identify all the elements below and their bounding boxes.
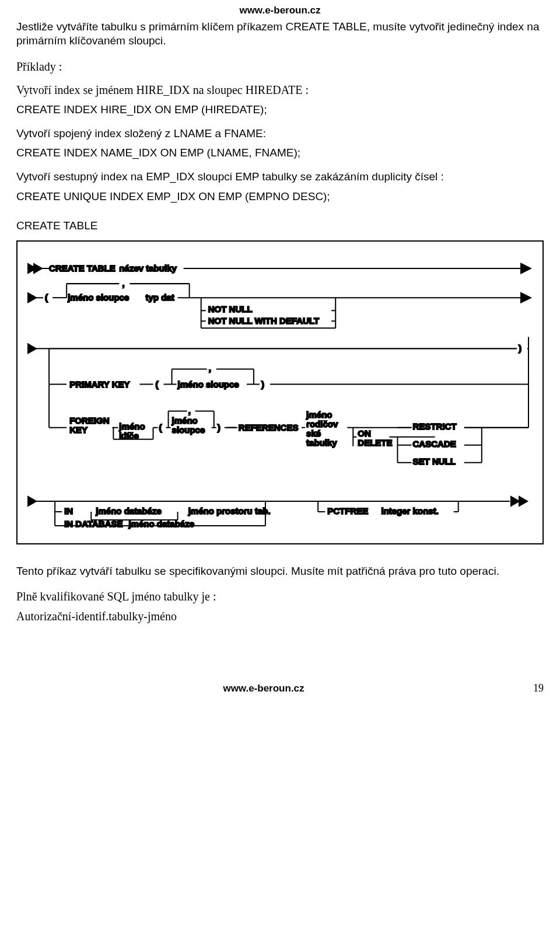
page: www.e-beroun.cz Jestliže vytváříte tabul… — [0, 0, 560, 706]
svg-text:ské: ské — [306, 428, 321, 438]
example3-intro: Vytvoří sestupný index na EMP_IDX sloupc… — [16, 170, 544, 184]
lparen-2: ( — [156, 379, 159, 389]
syntax-diagram: CREATE TABLE název tabulky ( jméno sloup… — [16, 240, 544, 544]
paragraph-intro: Jestliže vytváříte tabulku s primárním k… — [16, 20, 544, 48]
kw-not-null-default: NOT NULL WITH DEFAULT — [208, 316, 320, 326]
kw-cascade: CASCADE — [413, 438, 456, 448]
syntax-diagram-svg: CREATE TABLE název tabulky ( jméno sloup… — [26, 252, 534, 533]
kw-references: REFERENCES — [239, 422, 299, 432]
comma-3: , — [188, 405, 191, 415]
svg-text:DELETE: DELETE — [358, 437, 392, 447]
lparen: ( — [45, 292, 48, 302]
rparen-3: ) — [218, 422, 220, 432]
svg-text:ON: ON — [358, 428, 371, 438]
svg-text:rodičov: rodičov — [306, 418, 338, 428]
svg-marker-87 — [519, 497, 527, 506]
svg-marker-22 — [28, 344, 36, 353]
heading-create-table: CREATE TABLE — [16, 219, 544, 232]
page-footer: www.e-beroun.cz 19 — [16, 682, 544, 694]
kw-create-table: CREATE TABLE — [49, 263, 116, 273]
var-jmeno-prostoru: jméno prostoru tab. — [188, 506, 271, 516]
var-typ-dat: typ dat — [145, 292, 174, 302]
footer-url: www.e-beroun.cz — [16, 683, 511, 694]
svg-marker-1 — [34, 264, 42, 273]
kw-primary-key: PRIMARY KEY — [69, 379, 130, 389]
example1-sql: CREATE INDEX HIRE_IDX ON EMP (HIREDATE); — [16, 103, 544, 116]
page-header-url: www.e-beroun.cz — [16, 5, 544, 16]
rparen-2: ) — [261, 379, 264, 389]
kw-not-null: NOT NULL — [208, 304, 253, 314]
comma-2: , — [209, 363, 211, 373]
svg-text:jméno: jméno — [306, 409, 332, 419]
examples-label: Příklady : — [16, 59, 544, 74]
paragraph-qualified: Plně kvalifikované SQL jméno tabulky je … — [16, 589, 544, 604]
kw-foreign: FOREIGN — [69, 415, 109, 425]
example3-sql: CREATE UNIQUE INDEX EMP_IDX ON EMP (EMPN… — [16, 190, 544, 203]
var-jmeno2: jméno — [172, 415, 198, 425]
footer-page-number: 19 — [511, 682, 544, 694]
var-jmeno-sloupce-1: jméno sloupce — [67, 292, 129, 302]
var-jmeno-db1: jméno databáze — [95, 506, 162, 516]
svg-marker-4 — [28, 293, 36, 302]
rparen-1: ) — [519, 343, 522, 353]
var-nazev-tabulky: název tabulky — [119, 263, 177, 273]
kw-key: KEY — [69, 424, 88, 434]
var-jmeno: jméno — [118, 421, 145, 431]
lparen-3: ( — [159, 422, 162, 432]
svg-marker-72 — [28, 497, 36, 506]
kw-set-null: SET NULL — [413, 456, 456, 466]
var-sloupce2: sloupce — [172, 424, 205, 434]
kw-restrict: RESTRICT — [413, 421, 457, 431]
svg-marker-86 — [511, 497, 519, 506]
paragraph-after: Tento příkaz vytváří tabulku se specifik… — [16, 564, 544, 578]
svg-text:tabulky: tabulky — [306, 437, 337, 447]
kw-in: IN — [64, 506, 73, 516]
example2-intro: Vytvoří spojený index složený z LNAME a … — [16, 127, 544, 141]
var-integer-konst: integer konst. — [381, 506, 438, 516]
var-jmeno-sloupce-2: jméno sloupce — [177, 379, 239, 389]
example1-intro-text: Vytvoří index se jménem HIRE_IDX na slou… — [16, 83, 309, 96]
comma-1: , — [122, 278, 124, 288]
example2-sql: CREATE INDEX NAME_IDX ON EMP (LNAME, FNA… — [16, 146, 544, 159]
kw-pctfree: PCTFREE — [327, 506, 368, 516]
example1-intro: Vytvoří index se jménem HIRE_IDX na slou… — [16, 82, 544, 97]
paragraph-ident: Autorizační-identif.tabulky-jméno — [16, 609, 544, 624]
